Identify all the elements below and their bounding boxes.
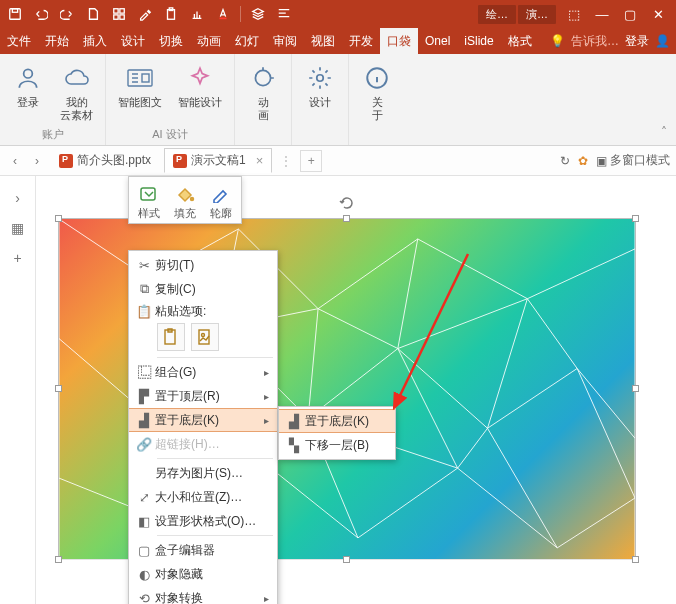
svg-rect-8	[220, 18, 227, 20]
clipboard-icon: 📋	[133, 302, 155, 320]
login-link[interactable]: 登录	[625, 33, 649, 50]
left-rail: › ▦ +	[0, 176, 36, 604]
svg-point-19	[202, 334, 205, 337]
multiwindow-button[interactable]: ▣ 多窗口模式	[596, 152, 670, 169]
layers-icon[interactable]	[247, 3, 269, 25]
animation-button[interactable]: 动 画	[243, 58, 283, 140]
tab-format[interactable]: 格式	[501, 28, 539, 54]
tab-review[interactable]: 审阅	[266, 28, 304, 54]
menu-hide-object[interactable]: ◐ 对象隐藏	[129, 562, 277, 586]
ribbon-group-about: 关 于	[349, 54, 405, 145]
expand-rail-icon[interactable]: ›	[15, 190, 20, 206]
tab-view[interactable]: 视图	[304, 28, 342, 54]
file-tab-1[interactable]: 简介头图.pptx	[50, 148, 160, 173]
tab-insert[interactable]: 插入	[76, 28, 114, 54]
new-file-icon[interactable]	[82, 3, 104, 25]
outline-button[interactable]: 轮廓	[203, 181, 239, 223]
rotate-handle-icon[interactable]	[339, 195, 355, 211]
user-icon	[12, 62, 44, 94]
tab-islide[interactable]: iSlide	[457, 28, 500, 54]
slide-sorter-icon[interactable]	[108, 3, 130, 25]
ribbon-group-account: 登录 我的 云素材 账户	[0, 54, 106, 145]
bucket-icon	[173, 183, 197, 205]
menu-bring-front[interactable]: ▛ 置于顶层(R) ▸	[129, 384, 277, 408]
minimize-icon[interactable]: —	[588, 0, 616, 28]
menu-convert-object[interactable]: ⟲ 对象转换 ▸	[129, 586, 277, 604]
cloud-assets-button[interactable]: 我的 云素材	[56, 58, 97, 125]
menu-box-editor[interactable]: ▢ 盒子编辑器	[129, 538, 277, 562]
about-button[interactable]: 关 于	[357, 58, 397, 140]
menu-size-position[interactable]: ⤢ 大小和位置(Z)…	[129, 485, 277, 509]
workspace: › ▦ +	[0, 176, 676, 604]
add-slide-icon[interactable]: +	[13, 250, 21, 266]
align-icon[interactable]	[273, 3, 295, 25]
new-tab-button[interactable]: +	[300, 150, 322, 172]
tab-developer[interactable]: 开发	[342, 28, 380, 54]
menu-send-back[interactable]: ▟ 置于底层(K) ▸	[129, 408, 277, 432]
window-controls: ⬚ — ▢ ✕	[560, 0, 672, 28]
tab-menu-icon[interactable]: ⋮	[276, 154, 296, 168]
gear-icon	[304, 62, 336, 94]
selection-handle[interactable]	[55, 385, 62, 392]
paste-as-picture[interactable]	[191, 323, 219, 351]
thumbnail-view-icon[interactable]: ▦	[11, 220, 24, 236]
tell-me-input[interactable]: 告诉我…	[571, 33, 619, 50]
eyedropper-icon[interactable]	[134, 3, 156, 25]
menu-copy[interactable]: ⧉ 复制(C)	[129, 277, 277, 301]
menu-group[interactable]: ⿺ 组合(G) ▸	[129, 360, 277, 384]
menu-format-shape[interactable]: ◧ 设置形状格式(O)…	[129, 509, 277, 533]
close-icon[interactable]: ✕	[644, 0, 672, 28]
menu-cut[interactable]: ✂ 剪切(T)	[129, 253, 277, 277]
selection-handle[interactable]	[55, 556, 62, 563]
ribbon-collapse-icon[interactable]: ˄	[652, 54, 676, 145]
svg-rect-3	[120, 9, 124, 13]
format-icon: ◧	[133, 512, 155, 530]
selection-handle[interactable]	[55, 215, 62, 222]
submenu-send-to-back[interactable]: ▟ 置于底层(K)	[279, 409, 395, 433]
tab-onekey[interactable]: Onel	[418, 28, 457, 54]
restore-up-icon[interactable]: ⬚	[560, 0, 588, 28]
convert-icon: ⟲	[133, 589, 155, 604]
tab-pocket[interactable]: 口袋	[380, 28, 418, 54]
style-button[interactable]: 样式	[131, 181, 167, 223]
tab-design[interactable]: 设计	[114, 28, 152, 54]
user-icon[interactable]: 👤	[655, 34, 670, 48]
paste-keep-formatting[interactable]	[157, 323, 185, 351]
fill-button[interactable]: 填充	[167, 181, 203, 223]
smart-graphics-button[interactable]: 智能图文	[114, 58, 166, 125]
forward-icon[interactable]: ›	[28, 152, 46, 170]
settings-icon[interactable]: ✿	[578, 154, 588, 168]
selection-handle[interactable]	[343, 556, 350, 563]
paste-icon[interactable]	[160, 3, 182, 25]
tab-transitions[interactable]: 切换	[152, 28, 190, 54]
tab-slideshow[interactable]: 幻灯	[228, 28, 266, 54]
save-icon[interactable]	[4, 3, 26, 25]
redo-icon[interactable]	[56, 3, 78, 25]
font-color-icon[interactable]	[212, 3, 234, 25]
context-tab-drawing: 绘…	[478, 5, 516, 24]
refresh-icon[interactable]: ↻	[560, 154, 570, 168]
chevron-right-icon: ▸	[264, 391, 269, 402]
smart-graphics-icon	[124, 62, 156, 94]
chart-icon[interactable]	[186, 3, 208, 25]
selection-handle[interactable]	[632, 385, 639, 392]
tab-home[interactable]: 开始	[38, 28, 76, 54]
submenu-send-backward[interactable]: ▚ 下移一层(B)	[279, 433, 395, 457]
ribbon: 登录 我的 云素材 账户 智能图文 智能设计 AI 设计 动 画	[0, 54, 676, 146]
scissors-icon: ✂	[133, 256, 155, 274]
selection-handle[interactable]	[632, 215, 639, 222]
back-icon[interactable]: ‹	[6, 152, 24, 170]
box-icon: ▢	[133, 541, 155, 559]
menu-save-as-picture[interactable]: 另存为图片(S)…	[129, 461, 277, 485]
design-button[interactable]: 设计	[300, 58, 340, 140]
close-tab-icon[interactable]: ×	[256, 153, 264, 168]
selection-handle[interactable]	[632, 556, 639, 563]
smart-design-button[interactable]: 智能设计	[174, 58, 226, 125]
selection-handle[interactable]	[343, 215, 350, 222]
file-tab-2[interactable]: 演示文稿1 ×	[164, 148, 272, 173]
tab-file[interactable]: 文件	[0, 28, 38, 54]
tab-animations[interactable]: 动画	[190, 28, 228, 54]
maximize-icon[interactable]: ▢	[616, 0, 644, 28]
login-button[interactable]: 登录	[8, 58, 48, 125]
undo-icon[interactable]	[30, 3, 52, 25]
